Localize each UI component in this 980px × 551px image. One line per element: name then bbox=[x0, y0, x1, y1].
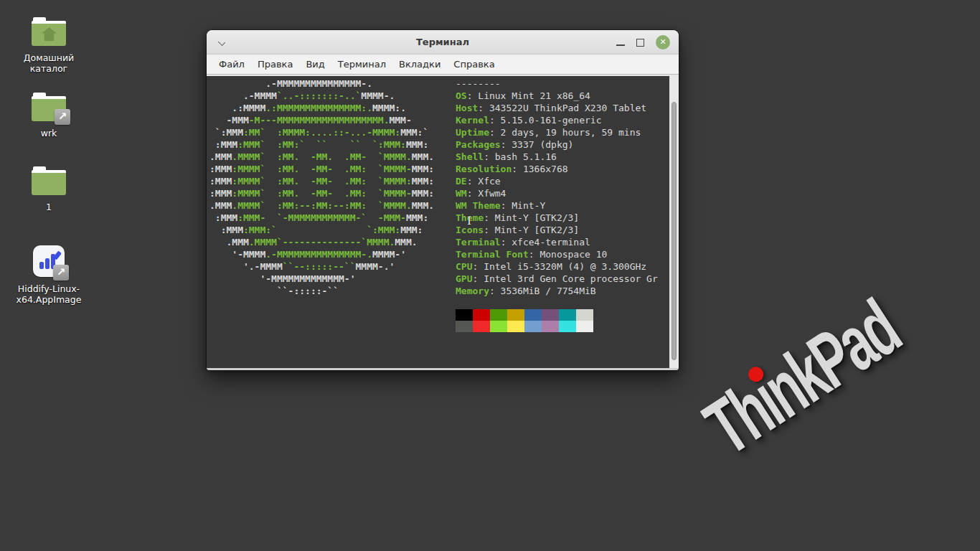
neofetch-info-line: Host: 343522U ThinkPad X230 Tablet bbox=[456, 102, 658, 114]
thinkpad-wallpaper-logo: ThınkPad bbox=[695, 256, 967, 471]
icon-label: wrk bbox=[7, 128, 90, 138]
palette-swatch bbox=[507, 321, 524, 332]
palette-swatch bbox=[473, 309, 490, 321]
hiddify-app-icon: ↗ bbox=[33, 245, 65, 277]
menu-item[interactable]: Вкладки bbox=[392, 57, 447, 72]
scrollbar[interactable] bbox=[669, 76, 679, 368]
neofetch-info-line: GPU: Intel 3rd Gen Core processor Gr bbox=[456, 273, 658, 285]
titlebar[interactable]: Терминал ✕ bbox=[207, 30, 679, 55]
palette-swatch bbox=[524, 309, 542, 321]
desktop-icon-hiddify[interactable]: ↗ Hiddify-Linux-x64.AppImage bbox=[7, 245, 90, 305]
ascii-art-line: :MMM:MMM- `-MMMMMMMMMMMM-` -MMM-MMM: bbox=[209, 212, 434, 224]
neofetch-info-line: OS: Linux Mint 21 x86_64 bbox=[456, 90, 658, 102]
desktop-icon-home[interactable]: Домашнийкаталог bbox=[7, 17, 90, 74]
menu-item[interactable]: Терминал bbox=[331, 57, 392, 72]
palette-swatch bbox=[542, 309, 559, 321]
neofetch-info-line: DE: Xfce bbox=[456, 175, 658, 187]
terminal-window: Терминал ✕ ФайлПравкаВидТерминалВкладкиС… bbox=[207, 30, 679, 370]
ascii-art-line: .-MMMM`..-:::::::-..`MMMM-. bbox=[209, 90, 434, 102]
neofetch-info-line: WM: Xfwm4 bbox=[456, 187, 658, 199]
folder-icon: ↗ bbox=[32, 93, 66, 121]
ascii-art-line: :MMM:MMM` :MM:` `` `` `:MMM:MMM: bbox=[209, 138, 434, 151]
palette-row bbox=[456, 309, 593, 321]
ascii-art-line: '-MMMM.-MMMMMMMMMMMMMMM-.MMMM-' bbox=[209, 248, 434, 260]
palette-swatch bbox=[507, 309, 524, 321]
ascii-art-line: :MMM:MMMM` :MM. -MM- .MM: `MMMM:MMM: bbox=[209, 175, 434, 187]
folder-icon bbox=[32, 166, 66, 195]
palette-swatch bbox=[576, 309, 593, 321]
palette-row bbox=[456, 321, 593, 332]
shell-prompt: zzzzz@5z:~$ bbox=[209, 358, 328, 370]
neofetch-info-line: Shell: bash 5.1.16 bbox=[456, 151, 658, 163]
desktop: Домашнийкаталог ↗ wrk 1 ↗ bbox=[0, 0, 980, 551]
palette-swatch bbox=[524, 321, 542, 332]
menubar: ФайлПравкаВидТерминалВкладкиСправка bbox=[207, 55, 679, 75]
link-arrow-icon: ↗ bbox=[55, 109, 70, 125]
neofetch-info-line: CPU: Intel i5-3320M (4) @ 3.300GHz bbox=[456, 260, 658, 273]
neofetch-info: --------OS: Linux Mint 21 x86_64Host: 34… bbox=[456, 77, 658, 297]
ascii-art-line: :MMM:MMMM` :MM. -MM- .MM: `MMMM-MMM: bbox=[209, 187, 434, 199]
ascii-art-line: .MMM.MMMM` :MM:--:MM:--:MM: `MMMM.MMM. bbox=[209, 199, 434, 212]
neofetch-info-line: Theme: Mint-Y [GTK2/3] bbox=[456, 212, 658, 224]
neofetch-info-line: Icons: Mint-Y [GTK2/3] bbox=[456, 224, 658, 236]
palette-swatch bbox=[559, 321, 576, 332]
neofetch-info-line: Memory: 3536MiB / 7754MiB bbox=[456, 285, 658, 297]
home-folder-icon bbox=[32, 17, 66, 46]
window-title: Терминал bbox=[207, 37, 679, 47]
palette-swatch bbox=[559, 309, 576, 321]
neofetch-info-line: Resolution: 980x551 bbox=[456, 163, 658, 175]
color-palette bbox=[456, 309, 593, 332]
palette-swatch bbox=[490, 309, 507, 321]
ascii-art-line: -MMM-M---MMMMMMMMMMMMMMMMMMM.MMM- bbox=[209, 114, 434, 126]
mouse-ibeam-cursor: I bbox=[467, 215, 471, 227]
thinkpad-logo-text: ThınkPad bbox=[689, 283, 914, 473]
neofetch-info-line: Terminal: xfce4-terminal bbox=[456, 236, 658, 248]
maximize-button[interactable] bbox=[636, 39, 644, 47]
minimize-button[interactable] bbox=[616, 39, 625, 46]
ascii-art-line: ``-:::::-`` bbox=[209, 285, 434, 297]
menu-item[interactable]: Вид bbox=[299, 57, 331, 72]
neofetch-info-line: Packages: 3337 (dpkg) bbox=[456, 138, 658, 151]
close-button[interactable]: ✕ bbox=[656, 35, 670, 50]
ascii-art-line: .-MMMMMMMMMMMMMMM-. bbox=[209, 77, 434, 90]
palette-swatch bbox=[456, 321, 473, 332]
link-arrow-icon: ↗ bbox=[53, 265, 69, 281]
desktop-icon-wrk[interactable]: ↗ wrk bbox=[7, 93, 90, 138]
palette-swatch bbox=[542, 321, 559, 332]
neofetch-info-line: Uptime: 2 days, 19 hours, 59 mins bbox=[456, 126, 658, 138]
ascii-art-line: .:MMMM.:MMMMMMMMMMMMMMM:.MMMM:. bbox=[209, 102, 434, 114]
menu-item[interactable]: Справка bbox=[447, 57, 501, 72]
neofetch-info-line: Terminal Font: Monospace 10 bbox=[456, 248, 658, 260]
desktop-icon-1[interactable]: 1 bbox=[7, 166, 90, 212]
scrollbar-handle[interactable] bbox=[672, 102, 677, 360]
neofetch-info-line: Kernel: 5.15.0-161-generic bbox=[456, 114, 658, 126]
icon-label: Hiddify-Linux-x64.AppImage bbox=[7, 283, 90, 305]
ascii-art-line: '.-MMMM``--:::::--``MMMM-.' bbox=[209, 260, 434, 273]
menu-item[interactable]: Файл bbox=[212, 57, 251, 72]
palette-swatch bbox=[490, 321, 507, 332]
ascii-art-line: .MMM.MMMM` :MM. -MM. .MM- `MMMM.MMM. bbox=[209, 151, 434, 163]
palette-swatch bbox=[473, 321, 490, 332]
terminal-content[interactable]: .-MMMMMMMMMMMMMMM-. .-MMMM`..-:::::::-..… bbox=[207, 76, 679, 370]
info-underline: -------- bbox=[456, 77, 658, 90]
icon-label: Домашнийкаталог bbox=[7, 52, 90, 74]
ascii-art-line: .MMM.MMMM`--------------`MMMM.MMM. bbox=[209, 236, 434, 248]
palette-swatch bbox=[576, 321, 593, 332]
ascii-art-line: `:MMM:MM` :MMMM:....::-...-MMMM:MMM:` bbox=[209, 126, 434, 138]
neofetch-info-line: WM Theme: Mint-Y bbox=[456, 199, 658, 212]
palette-swatch bbox=[456, 309, 473, 321]
ascii-art-line: :MMM:MMM:` `:MMM:MMM: bbox=[209, 224, 434, 236]
icon-label: 1 bbox=[7, 202, 90, 212]
ascii-art-line: :MMM:MMMM` :MM. -MM- .MM: `MMMM-MMM: bbox=[209, 163, 434, 175]
ascii-art-line: '-MMMMMMMMMMMMM-' bbox=[209, 273, 434, 285]
menu-item[interactable]: Правка bbox=[251, 57, 299, 72]
ascii-art: .-MMMMMMMMMMMMMMM-. .-MMMM`..-:::::::-..… bbox=[209, 77, 434, 297]
